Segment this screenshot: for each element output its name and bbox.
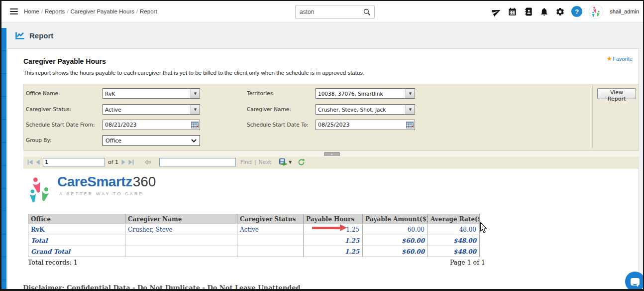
chevron-down-icon[interactable]: ▼ bbox=[191, 105, 200, 114]
next-link[interactable]: Next bbox=[258, 159, 271, 165]
schedule-start-date-to-input[interactable] bbox=[316, 122, 406, 128]
chat-bubble-icon bbox=[631, 278, 640, 286]
territories-value: 10038, 37076, Smartlink bbox=[316, 91, 406, 97]
report-description: This report shows the hours payable to e… bbox=[23, 70, 364, 76]
last-page-button[interactable] bbox=[127, 158, 135, 166]
cell-caregiver-status: Active bbox=[237, 224, 304, 235]
report-viewer-toolbar: of 1 Find | Next ▼ bbox=[23, 156, 639, 168]
breadcrumb: Home/Reports/Caregiver Payable Hours/Rep… bbox=[24, 8, 157, 14]
page-title: Report bbox=[29, 31, 53, 40]
header-cell-average-rate: Average Rate($) bbox=[428, 214, 480, 224]
favorite-link[interactable]: ★ Favorite bbox=[607, 55, 633, 62]
cell-total-label: Total bbox=[28, 235, 125, 246]
export-icon[interactable] bbox=[279, 158, 288, 166]
breadcrumb-reports[interactable]: Reports bbox=[45, 8, 65, 14]
parent-report-button[interactable] bbox=[144, 158, 151, 166]
find-link[interactable]: Find bbox=[240, 159, 252, 165]
chevron-down-icon[interactable]: ▼ bbox=[191, 89, 200, 98]
caregiver-name-combobox[interactable]: Crusher, Steve, Shot, Jack ▼ bbox=[316, 104, 415, 115]
report-card: Caregiver Payable Hours This report show… bbox=[7, 48, 639, 291]
payable-hours-table: Office Caregiver Name Caregiver Status P… bbox=[28, 214, 480, 257]
caregiver-name-value: Crusher, Steve, Shot, Jack bbox=[316, 107, 406, 113]
gear-icon[interactable] bbox=[555, 7, 565, 16]
cell-grand-total-hours: 1.25 bbox=[304, 246, 363, 257]
chat-launcher-button[interactable] bbox=[625, 272, 644, 291]
search-input[interactable] bbox=[296, 8, 363, 15]
refresh-icon[interactable] bbox=[298, 158, 305, 166]
caresmartz-logo: CareSmartz 360 A BETTER WAY TO CARE bbox=[27, 175, 156, 203]
cell-empty bbox=[125, 246, 237, 257]
breadcrumb-home[interactable]: Home bbox=[24, 8, 39, 14]
breadcrumb-caregiver-payable-hours[interactable]: Caregiver Payable Hours bbox=[70, 8, 134, 14]
schedule-start-date-to-label: Schedule Start Date To: bbox=[247, 120, 309, 130]
frame-border bbox=[0, 289, 644, 291]
datepicker-calendar-icon[interactable] bbox=[406, 121, 414, 129]
next-page-button[interactable] bbox=[120, 158, 127, 166]
cell-total-amount: $60.00 bbox=[363, 235, 428, 246]
help-icon[interactable]: ? bbox=[571, 6, 582, 17]
username-label[interactable]: shail_admin bbox=[610, 8, 639, 14]
chevron-down-icon bbox=[191, 139, 197, 143]
contacts-icon[interactable] bbox=[524, 7, 533, 16]
total-row: Total 1.25 $60.00 $48.00 bbox=[28, 235, 480, 246]
brand-tagline: A BETTER WAY TO CARE bbox=[59, 191, 156, 196]
report-parameters-panel: Office Name: RvK ▼ Territories: 10038, 3… bbox=[23, 84, 639, 150]
find-input[interactable] bbox=[159, 158, 236, 166]
page-number-input[interactable] bbox=[43, 158, 105, 166]
header-cell-payable-hours: Payable Hours bbox=[304, 214, 363, 224]
cell-grand-total-rate: $48.00 bbox=[428, 246, 480, 257]
find-next-separator: | bbox=[254, 159, 256, 165]
total-records-label: Total records: 1 bbox=[28, 259, 78, 266]
office-name-value: RvK bbox=[103, 91, 191, 97]
previous-page-button[interactable] bbox=[34, 158, 41, 166]
office-name-combobox[interactable]: RvK ▼ bbox=[103, 88, 200, 99]
table-header-row: Office Caregiver Name Caregiver Status P… bbox=[28, 214, 480, 224]
group-by-value: Office bbox=[103, 138, 191, 144]
schedule-start-date-from-label: Schedule Start Date From: bbox=[26, 120, 95, 130]
brand-suffix: 360 bbox=[133, 175, 156, 189]
export-caret-icon[interactable]: ▼ bbox=[289, 160, 292, 164]
caregiver-status-combobox[interactable]: Active ▼ bbox=[103, 104, 200, 115]
top-icon-group: ? shail_admin bbox=[492, 1, 639, 22]
chevron-down-icon[interactable]: ▼ bbox=[406, 105, 415, 114]
cell-caregiver-name[interactable]: Crusher, Steve bbox=[125, 224, 237, 235]
cell-grand-total-amount: $60.00 bbox=[363, 246, 428, 257]
page-header: Report bbox=[1, 22, 643, 48]
page-count-label: of 1 bbox=[108, 159, 118, 165]
favorite-star-icon[interactable]: ★ bbox=[607, 55, 613, 62]
header-cell-office: Office bbox=[28, 214, 125, 224]
brand-name: CareSmartz bbox=[57, 175, 132, 189]
collapsed-sidebar[interactable] bbox=[1, 28, 6, 289]
datepicker-calendar-icon[interactable] bbox=[191, 121, 199, 129]
grand-total-row: Grand Total 1.25 $60.00 $48.00 bbox=[28, 246, 480, 257]
schedule-start-date-to-field bbox=[316, 120, 415, 130]
global-search bbox=[295, 5, 375, 19]
breadcrumb-separator: / bbox=[136, 8, 138, 14]
favorite-label: Favorite bbox=[613, 56, 633, 62]
cell-empty bbox=[237, 246, 304, 257]
cell-office[interactable]: RvK bbox=[28, 224, 125, 235]
first-page-button[interactable] bbox=[26, 158, 34, 166]
view-report-button[interactable]: View Report bbox=[597, 88, 636, 99]
chevron-down-icon[interactable]: ▼ bbox=[406, 89, 415, 98]
cell-payable-amount: 60.00 bbox=[363, 224, 428, 235]
cell-total-rate: $48.00 bbox=[428, 235, 480, 246]
territories-combobox[interactable]: 10038, 37076, Smartlink ▼ bbox=[316, 88, 415, 99]
caresmartz-people-icon bbox=[27, 175, 53, 203]
send-icon[interactable] bbox=[492, 7, 501, 16]
schedule-start-date-from-field bbox=[103, 120, 200, 130]
top-bar: Home/Reports/Caregiver Payable Hours/Rep… bbox=[1, 1, 643, 22]
calendar-icon[interactable] bbox=[508, 7, 517, 16]
bell-icon[interactable] bbox=[539, 7, 549, 16]
group-by-select[interactable]: Office bbox=[103, 135, 200, 146]
cell-grand-total-label: Grand Total bbox=[28, 246, 125, 257]
schedule-start-date-from-input[interactable] bbox=[103, 122, 191, 128]
search-icon[interactable] bbox=[363, 8, 371, 16]
brand-avatar[interactable] bbox=[589, 4, 603, 19]
caregiver-name-label: Caregiver Name: bbox=[247, 104, 291, 115]
mouse-cursor bbox=[479, 222, 488, 236]
cell-total-hours: 1.25 bbox=[304, 235, 363, 246]
hamburger-menu-icon[interactable] bbox=[10, 7, 18, 16]
frame-border bbox=[0, 0, 1, 291]
header-cell-caregiver-name: Caregiver Name bbox=[125, 214, 237, 224]
